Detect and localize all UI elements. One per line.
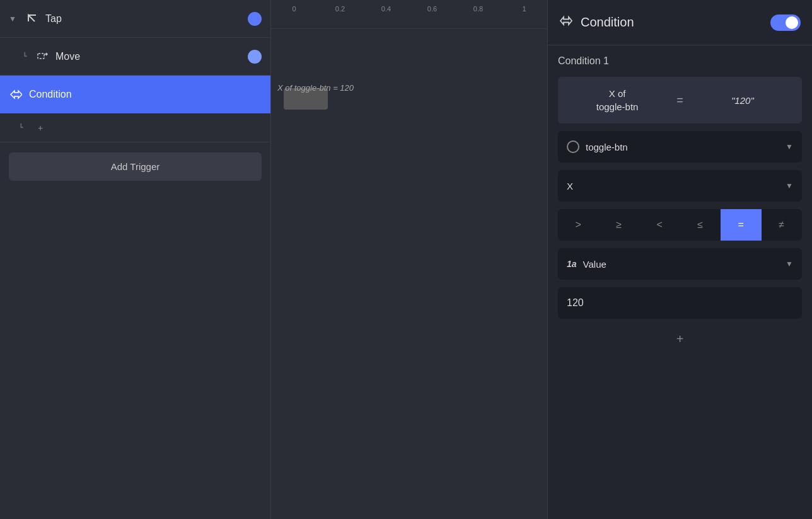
condition-left-operand: X oftoggle-btn [568, 87, 666, 113]
svg-rect-1 [38, 54, 44, 59]
op-gt-button[interactable]: > [558, 209, 599, 241]
op-gte-label: ≥ [616, 219, 622, 231]
trigger-tap[interactable]: ▼ Tap [0, 0, 270, 38]
right-header-condition-icon [559, 14, 573, 31]
ruler-mark-04: 0.4 [363, 5, 409, 13]
ruler-mark-02: 0.2 [317, 5, 363, 13]
condition-middle-label: X of toggle-btn = 120 [277, 83, 354, 93]
move-icon [35, 50, 49, 64]
add-sub-icon: + [38, 123, 43, 133]
value-type-icon: 1a [567, 259, 577, 269]
move-indent: ┗ [23, 52, 29, 60]
right-panel-content: Condition 1 X oftoggle-btn = "120" toggl… [548, 45, 812, 519]
value-input-row [558, 287, 802, 319]
right-header-title: Condition [581, 15, 763, 30]
operator-row: > ≥ < ≤ = ≠ [558, 209, 802, 241]
left-panel: ▼ Tap ┗ Move Condition [0, 0, 271, 519]
right-panel: Condition Condition 1 X oftoggle-btn = "… [547, 0, 812, 519]
value-type-label: Value [583, 259, 780, 270]
value-type-arrow-icon: ▼ [786, 260, 793, 268]
op-lte-button[interactable]: ≤ [680, 209, 721, 241]
tap-dot [248, 12, 262, 26]
ruler-ticks-svg: // ticks drawn via JS below [271, 19, 547, 29]
op-lte-label: ≤ [697, 219, 703, 231]
value-input[interactable] [567, 297, 793, 309]
target-dropdown-label: toggle-btn [586, 142, 779, 152]
tap-icon [25, 12, 39, 26]
value-type-dropdown[interactable]: 1a Value ▼ [558, 248, 802, 280]
condition-label: Condition [29, 89, 262, 100]
property-dropdown[interactable]: X ▼ [558, 170, 802, 202]
ruler-mark-06: 0.6 [409, 5, 455, 13]
op-gte-button[interactable]: ≥ [599, 209, 640, 241]
condition-enable-toggle[interactable] [770, 14, 801, 31]
property-dropdown-arrow-icon: ▼ [786, 181, 793, 190]
tap-label: Tap [45, 13, 241, 25]
move-dot [248, 50, 262, 64]
condition-summary-card: X oftoggle-btn = "120" [558, 77, 802, 123]
ruler-mark-08: 0.8 [455, 5, 501, 13]
op-gt-label: > [576, 219, 581, 231]
add-condition-button[interactable]: + [558, 326, 802, 351]
op-neq-label: ≠ [779, 219, 784, 231]
ruler-numbers: 0 0.2 0.4 0.6 0.8 1 [271, 5, 547, 13]
target-dropdown-arrow-icon: ▼ [786, 142, 793, 151]
op-lt-label: < [657, 219, 663, 231]
add-condition-plus-icon: + [676, 332, 684, 346]
add-sub-item[interactable]: ┗ + [0, 113, 270, 142]
middle-panel: 0 0.2 0.4 0.6 0.8 1 // ticks drawn via J… [271, 0, 547, 519]
right-panel-header: Condition [548, 0, 812, 45]
sub-indent-icon: ┗ [19, 123, 32, 132]
op-neq-button[interactable]: ≠ [762, 209, 803, 241]
move-label: Move [55, 51, 241, 62]
trigger-condition[interactable]: Condition [0, 76, 270, 113]
condition-operator-display: = [671, 94, 688, 107]
target-circle-icon [567, 140, 579, 153]
ruler-mark-0: 0 [271, 5, 317, 13]
op-eq-label: = [738, 219, 744, 231]
op-lt-button[interactable]: < [639, 209, 680, 241]
condition-1-title: Condition 1 [558, 55, 802, 67]
condition-right-operand: "120" [693, 95, 792, 106]
timeline-ruler: 0 0.2 0.4 0.6 0.8 1 // ticks drawn via J… [271, 0, 547, 29]
op-eq-button[interactable]: = [721, 209, 762, 241]
target-dropdown[interactable]: toggle-btn ▼ [558, 131, 802, 163]
collapse-arrow-icon: ▼ [9, 14, 19, 23]
trigger-move[interactable]: ┗ Move [0, 38, 270, 76]
ruler-mark-1: 1 [501, 5, 547, 13]
property-dropdown-label: X [567, 181, 779, 191]
condition-icon [9, 88, 23, 101]
add-trigger-button[interactable]: Add Trigger [9, 152, 262, 181]
